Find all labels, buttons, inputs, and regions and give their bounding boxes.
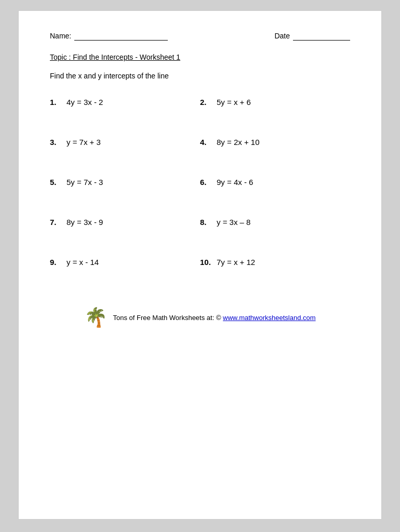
problem-equation-3: y = 7x + 3 — [66, 138, 101, 147]
name-field: Name: — [50, 32, 168, 41]
problem-number-5: 5. — [50, 178, 66, 187]
problem-cell-5: 5.5y = 7x - 3 — [50, 172, 200, 212]
problem-equation-9: y = x - 14 — [66, 258, 99, 267]
date-label: Date — [274, 32, 290, 40]
footer-link[interactable]: www.mathworksheetsland.com — [223, 314, 315, 322]
problem-cell-4: 4.8y = 2x + 10 — [200, 132, 350, 172]
problem-equation-10: 7y = x + 12 — [217, 258, 255, 267]
problem-equation-7: 8y = 3x - 9 — [66, 218, 103, 227]
problem-cell-7: 7.8y = 3x - 9 — [50, 212, 200, 252]
name-label: Name: — [50, 32, 71, 40]
footer-text: Tons of Free Math Worksheets at: © www.m… — [113, 314, 315, 322]
problem-cell-8: 8.y = 3x – 8 — [200, 212, 350, 252]
problem-equation-1: 4y = 3x - 2 — [66, 98, 103, 107]
problem-number-6: 6. — [200, 178, 217, 187]
footer-description: Tons of Free Math Worksheets at: © — [113, 314, 223, 322]
worksheet: Name: Date Topic : Find the Intercepts -… — [18, 10, 382, 520]
problem-number-8: 8. — [200, 218, 217, 227]
problem-equation-8: y = 3x – 8 — [217, 218, 250, 227]
problem-cell-10: 10.7y = x + 12 — [200, 252, 350, 292]
problem-number-9: 9. — [50, 258, 66, 267]
problems-grid: 1.4y = 3x - 22.5y = x + 63.y = 7x + 34.8… — [50, 92, 350, 292]
name-line — [74, 32, 168, 41]
topic-title: Topic : Find the Intercepts - Worksheet … — [50, 53, 350, 61]
problem-cell-9: 9.y = x - 14 — [50, 252, 200, 292]
problem-cell-3: 3.y = 7x + 3 — [50, 132, 200, 172]
date-line — [293, 32, 350, 41]
problem-equation-6: 9y = 4x - 6 — [217, 178, 253, 187]
problem-number-1: 1. — [50, 98, 66, 107]
problem-cell-6: 6.9y = 4x - 6 — [200, 172, 350, 212]
problem-number-2: 2. — [200, 98, 217, 107]
problem-number-3: 3. — [50, 138, 66, 147]
problem-number-7: 7. — [50, 218, 66, 227]
problem-number-10: 10. — [200, 258, 217, 267]
palm-tree-icon: 🌴 — [84, 308, 108, 327]
problem-equation-4: 8y = 2x + 10 — [217, 138, 260, 147]
date-field: Date — [274, 32, 350, 41]
problem-number-4: 4. — [200, 138, 217, 147]
problem-cell-1: 1.4y = 3x - 2 — [50, 92, 200, 132]
header-row: Name: Date — [50, 32, 350, 41]
problem-equation-2: 5y = x + 6 — [217, 98, 251, 107]
problem-cell-2: 2.5y = x + 6 — [200, 92, 350, 132]
problem-equation-5: 5y = 7x - 3 — [66, 178, 103, 187]
instruction: Find the x and y intercepts of the line — [50, 72, 350, 80]
footer: 🌴 Tons of Free Math Worksheets at: © www… — [50, 308, 350, 327]
